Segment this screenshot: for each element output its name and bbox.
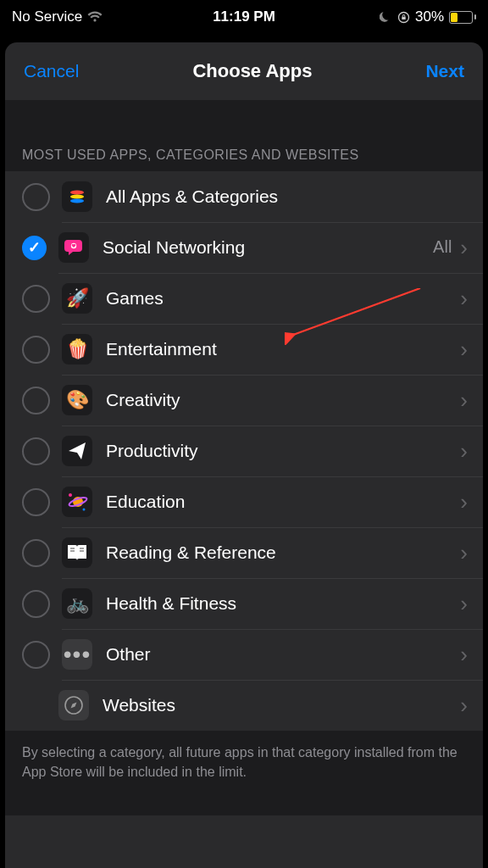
radio-unchecked[interactable] xyxy=(22,336,50,364)
section-header: MOST USED APPS, CATEGORIES AND WEBSITES xyxy=(5,134,483,171)
radio-checked[interactable] xyxy=(22,236,47,260)
row-health[interactable]: 🚲 Health & Fitness › xyxy=(5,578,483,629)
modal-sheet: Cancel Choose Apps Next MOST USED APPS, … xyxy=(5,42,483,868)
compass-icon xyxy=(58,690,89,721)
bicycle-icon: 🚲 xyxy=(62,588,92,619)
chevron-right-icon: › xyxy=(460,593,468,615)
row-label: All Apps & Categories xyxy=(106,186,468,207)
radio-unchecked[interactable] xyxy=(22,590,50,618)
row-label: Health & Fitness xyxy=(106,593,460,614)
radio-unchecked[interactable] xyxy=(22,387,50,415)
chevron-right-icon: › xyxy=(460,236,468,259)
status-time: 11:19 PM xyxy=(0,8,488,25)
page-title: Choose Apps xyxy=(192,60,312,82)
rocket-icon: 🚀 xyxy=(62,283,92,314)
row-label: Games xyxy=(106,288,460,309)
svg-point-8 xyxy=(83,508,86,510)
chevron-right-icon: › xyxy=(460,542,468,564)
popcorn-icon: 🍿 xyxy=(62,334,92,364)
chevron-right-icon: › xyxy=(460,694,468,716)
row-label: Entertainment xyxy=(106,339,460,359)
row-productivity[interactable]: Productivity › xyxy=(5,426,483,476)
radio-unchecked[interactable] xyxy=(22,539,50,567)
row-label: Education xyxy=(106,492,460,512)
row-entertainment[interactable]: 🍿 Entertainment › xyxy=(5,324,483,375)
row-label: Social Networking xyxy=(103,237,433,258)
svg-point-3 xyxy=(70,198,84,203)
nav-bar: Cancel Choose Apps Next xyxy=(5,42,483,100)
row-education[interactable]: Education › xyxy=(5,476,483,527)
svg-point-7 xyxy=(69,493,72,497)
chevron-right-icon: › xyxy=(460,389,468,411)
radio-unchecked[interactable] xyxy=(22,641,50,669)
chevron-right-icon: › xyxy=(460,491,468,513)
book-icon xyxy=(62,537,92,568)
palette-icon: 🎨 xyxy=(62,385,92,415)
row-games[interactable]: 🚀 Games › xyxy=(5,273,483,324)
row-social-networking[interactable]: Social Networking All › xyxy=(5,222,483,273)
planet-icon xyxy=(62,487,92,517)
row-label: Websites xyxy=(103,695,460,715)
radio-unchecked[interactable] xyxy=(22,183,50,211)
svg-point-1 xyxy=(70,190,84,194)
row-detail: All xyxy=(433,237,452,257)
chevron-right-icon: › xyxy=(460,338,468,360)
row-label: Productivity xyxy=(106,441,460,461)
radio-unchecked[interactable] xyxy=(22,488,50,516)
radio-spacer xyxy=(22,693,47,718)
row-label: Reading & Reference xyxy=(106,542,460,563)
category-list: All Apps & Categories Social Networking … xyxy=(5,171,483,731)
row-other[interactable]: ••• Other › xyxy=(5,629,483,680)
svg-point-2 xyxy=(70,194,84,198)
row-reading[interactable]: Reading & Reference › xyxy=(5,527,483,578)
chat-heart-icon xyxy=(58,232,89,263)
paper-plane-icon xyxy=(62,436,92,466)
row-all-apps[interactable]: All Apps & Categories xyxy=(5,171,483,222)
ellipsis-icon: ••• xyxy=(62,639,92,670)
battery-icon xyxy=(449,11,476,24)
next-button[interactable]: Next xyxy=(425,61,464,81)
stack-icon xyxy=(62,181,92,212)
cancel-button[interactable]: Cancel xyxy=(24,61,79,81)
footer-note: By selecting a category, all future apps… xyxy=(5,731,483,815)
radio-unchecked[interactable] xyxy=(22,285,50,313)
chevron-right-icon: › xyxy=(460,643,468,665)
status-bar: No Service 11:19 PM 30% xyxy=(0,0,488,34)
row-label: Other xyxy=(106,644,460,665)
row-websites[interactable]: Websites › xyxy=(5,680,483,731)
row-creativity[interactable]: 🎨 Creativity › xyxy=(5,375,483,426)
chevron-right-icon: › xyxy=(460,287,468,309)
row-label: Creativity xyxy=(106,390,460,410)
chevron-right-icon: › xyxy=(460,440,468,462)
radio-unchecked[interactable] xyxy=(22,437,50,465)
